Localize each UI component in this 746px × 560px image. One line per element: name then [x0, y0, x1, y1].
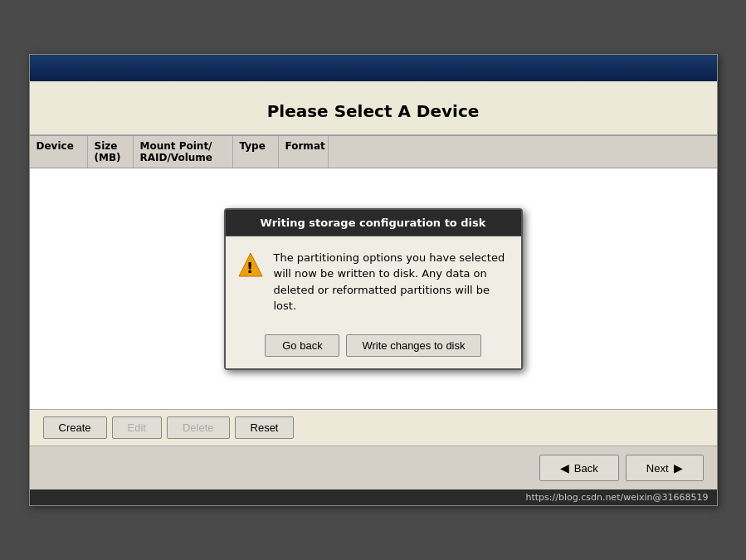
outer-window: Please Select A Device Device Size (MB) … — [29, 54, 718, 506]
next-button[interactable]: Next ▶ — [626, 455, 704, 481]
reset-button[interactable]: Reset — [235, 416, 295, 439]
table-body: Writing storage configuration to disk ! … — [30, 168, 717, 409]
col-header-type: Type — [233, 136, 279, 168]
next-arrow-icon: ▶ — [674, 461, 683, 475]
delete-button[interactable]: Delete — [167, 416, 230, 439]
edit-button[interactable]: Edit — [112, 416, 162, 439]
write-changes-button[interactable]: Write changes to disk — [346, 334, 480, 357]
dialog-overlay: Writing storage configuration to disk ! … — [30, 168, 717, 409]
col-header-mount: Mount Point/ RAID/Volume — [134, 136, 233, 168]
go-back-button[interactable]: Go back — [265, 334, 339, 357]
col-header-size: Size (MB) — [88, 136, 134, 168]
svg-text:!: ! — [246, 259, 252, 276]
title-bar — [30, 55, 717, 81]
bottom-toolbar: Create Edit Delete Reset — [30, 409, 717, 446]
status-bar: https://blog.csdn.net/weixin@31668519 — [30, 489, 717, 505]
dialog-message: The partitioning options you have select… — [274, 250, 510, 314]
table-header: Device Size (MB) Mount Point/ RAID/Volum… — [30, 135, 717, 168]
dialog-box: Writing storage configuration to disk ! … — [224, 208, 523, 370]
dialog-title: Writing storage configuration to disk — [226, 210, 521, 236]
back-label: Back — [574, 462, 598, 475]
page-title-area: Please Select A Device — [30, 81, 717, 135]
nav-bar: ◀ Back Next ▶ — [30, 446, 717, 489]
back-arrow-icon: ◀ — [560, 461, 569, 475]
next-label: Next — [646, 462, 669, 475]
page-title: Please Select A Device — [267, 101, 480, 121]
main-content: Please Select A Device Device Size (MB) … — [30, 81, 717, 446]
create-button[interactable]: Create — [43, 416, 107, 439]
col-header-format: Format — [279, 136, 329, 168]
dialog-body: ! The partitioning options you have sele… — [226, 236, 521, 328]
back-button[interactable]: ◀ Back — [539, 455, 619, 481]
col-header-device: Device — [30, 136, 88, 168]
warning-icon: ! — [237, 251, 264, 278]
dialog-buttons: Go back Write changes to disk — [226, 328, 521, 368]
status-url: https://blog.csdn.net/weixin@31668519 — [525, 492, 708, 503]
